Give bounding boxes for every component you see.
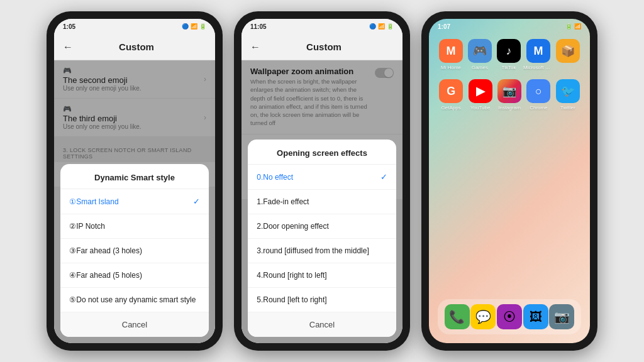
status-bar-2: 11:05 🔵 📶 🔋 [242, 19, 402, 34]
dialog-box-1: Dynamic Smart style ①Smart Island ✓ ②IP … [60, 164, 209, 337]
phone-3-screen: 1:07 🔋 📶 M Mi Home 🎮 Games ♪ TikTok [429, 19, 590, 343]
status-bar-3: 1:07 🔋 📶 [429, 19, 590, 34]
app-mi-home[interactable]: M Mi Home [436, 39, 465, 70]
app-youtube[interactable]: ▶ YouTube [465, 79, 494, 111]
dialog-option-2-1[interactable]: 1.Fade-in effect [248, 190, 396, 214]
back-button-2[interactable]: ← [250, 41, 260, 53]
back-button-1[interactable]: ← [63, 41, 73, 53]
dialog-cancel-2[interactable]: Cancel [248, 312, 396, 337]
app-getapps[interactable]: G GetApps [436, 79, 465, 111]
check-icon-2-0: ✓ [380, 172, 387, 182]
app-label-games: Games [472, 65, 488, 70]
dialog-option-1-3[interactable]: ④Far ahead (5 holes) [60, 263, 209, 288]
phone-1: 1:05 🔵 📶 🔋 ← Custom 🎮 The second emoji U… [47, 11, 223, 351]
app-row-1: M Mi Home 🎮 Games ♪ TikTok M Microsoft S… [436, 39, 582, 70]
header-title-2: Custom [267, 41, 381, 52]
app-label-twitter: Twitter [560, 105, 575, 111]
dialog-title-2: Opening screen effects [248, 140, 396, 165]
app-label-chrome: Chrome [530, 105, 547, 111]
dialog-cancel-1[interactable]: Cancel [60, 312, 209, 337]
time-3: 1:07 [438, 23, 450, 30]
phone-2-screen: 11:05 🔵 📶 🔋 ← Custom Wallpaper zoom anim… [242, 19, 402, 343]
settings-content-1: 🎮 The second emoji Use only one emoji yo… [54, 60, 215, 343]
dock-messages[interactable]: 💬 [470, 304, 496, 329]
dialog-option-2-3[interactable]: 3.round [diffused from the middle] [248, 239, 396, 263]
dialog-box-2: Opening screen effects 0.No effect ✓ 1.F… [248, 140, 396, 337]
dialog-option-2-2[interactable]: 2.Door opening effect [248, 214, 396, 239]
time-1: 1:05 [63, 23, 75, 30]
phone-2: 11:05 🔵 📶 🔋 ← Custom Wallpaper zoom anim… [234, 11, 410, 351]
app-tiktok[interactable]: ♪ TikTok [494, 39, 523, 70]
header-title-1: Custom [79, 41, 194, 52]
phone-1-screen: 1:05 🔵 📶 🔋 ← Custom 🎮 The second emoji U… [54, 19, 215, 343]
time-2: 11:05 [250, 23, 267, 30]
app-instagram[interactable]: 📷 Instagram [495, 79, 524, 111]
app-label-mi-home: Mi Home [441, 65, 461, 70]
app-row-2: G GetApps ▶ YouTube 📷 Instagram ○ Chrome… [436, 79, 582, 111]
status-bar-1: 1:05 🔵 📶 🔋 [54, 19, 215, 34]
dialog-option-1-1[interactable]: ②IP Notch [60, 214, 209, 239]
check-icon-1-0: ✓ [193, 197, 200, 206]
app-grid: M Mi Home 🎮 Games ♪ TikTok M Microsoft S… [429, 34, 590, 124]
dialog-title-1: Dynamic Smart style [60, 164, 209, 189]
app-header-1: ← Custom [54, 34, 215, 60]
app-label-getapps: GetApps [441, 105, 461, 111]
dialog-option-2-0[interactable]: 0.No effect ✓ [248, 165, 396, 190]
dialog-option-2-4[interactable]: 4.Round [right to left] [248, 263, 396, 288]
dialog-option-1-2[interactable]: ③Far ahead (3 holes) [60, 239, 209, 263]
app-games[interactable]: 🎮 Games [465, 39, 494, 70]
phone2-content: Wallpaper zoom animation When the screen… [242, 60, 402, 343]
app-swift-key[interactable]: M Microsoft SwiftKey [523, 39, 553, 70]
status-icons-2: 🔵 📶 🔋 [369, 23, 394, 30]
dock-phone[interactable]: 📞 [445, 304, 470, 329]
dock-camera[interactable]: ⦿ [497, 304, 522, 329]
dock-photos[interactable]: 🖼 [523, 304, 548, 329]
app-label-tiktok: TikTok [502, 65, 516, 70]
status-icons-1: 🔵 📶 🔋 [182, 23, 206, 30]
phone-3: 1:07 🔋 📶 M Mi Home 🎮 Games ♪ TikTok [421, 11, 597, 351]
app-more[interactable]: 📦 [553, 39, 582, 70]
app-label-instagram: Instagram [498, 105, 521, 111]
dialog-option-1-0[interactable]: ①Smart Island ✓ [60, 189, 209, 214]
app-twitter[interactable]: 🐦 Twitter [553, 79, 582, 111]
dialog-overlay-2: Opening screen effects 0.No effect ✓ 1.F… [242, 60, 402, 343]
home-dock: 📞 💬 ⦿ 🖼 📷 [438, 299, 581, 334]
dialog-option-1-4[interactable]: ⑤Do not use any dynamic smart style [60, 288, 209, 312]
status-icons-3: 🔋 📶 [565, 23, 581, 30]
dialog-overlay-1: Dynamic Smart style ①Smart Island ✓ ②IP … [54, 60, 215, 343]
app-chrome[interactable]: ○ Chrome [524, 79, 553, 111]
dock-gallery[interactable]: 📷 [549, 304, 574, 329]
app-header-2: ← Custom [242, 34, 402, 60]
dialog-option-2-5[interactable]: 5.Round [left to right] [248, 288, 396, 312]
app-label-youtube: YouTube [470, 105, 490, 111]
app-label-swiftkey: Microsoft SwiftKey [523, 65, 553, 70]
